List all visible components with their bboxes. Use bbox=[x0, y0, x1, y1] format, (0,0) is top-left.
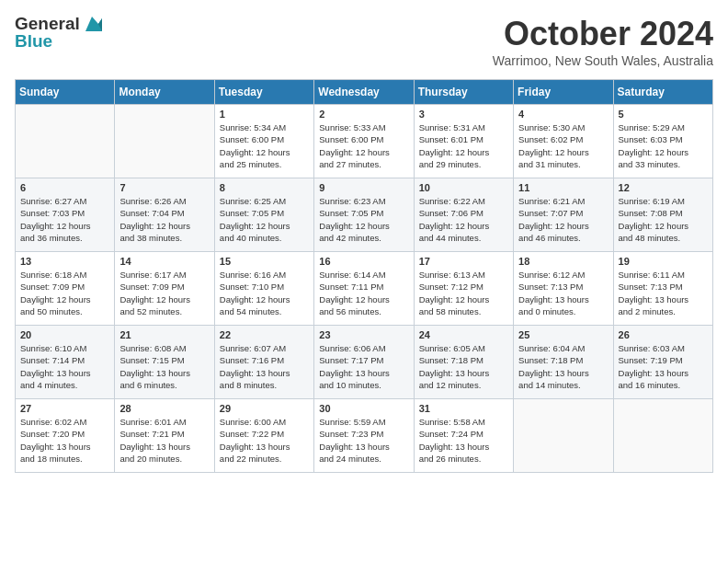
day-detail: Sunrise: 6:18 AM Sunset: 7:09 PM Dayligh… bbox=[20, 269, 109, 317]
calendar-cell: 21Sunrise: 6:08 AM Sunset: 7:15 PM Dayli… bbox=[115, 326, 214, 399]
day-detail: Sunrise: 5:33 AM Sunset: 6:00 PM Dayligh… bbox=[319, 121, 408, 170]
day-detail: Sunrise: 5:59 AM Sunset: 7:23 PM Dayligh… bbox=[319, 416, 408, 465]
calendar-week-5: 27Sunrise: 6:02 AM Sunset: 7:20 PM Dayli… bbox=[16, 399, 713, 473]
day-number: 24 bbox=[419, 329, 508, 340]
day-number: 5 bbox=[619, 109, 708, 120]
calendar-cell: 11Sunrise: 6:21 AM Sunset: 7:07 PM Dayli… bbox=[514, 178, 613, 252]
day-header-thursday: Thursday bbox=[414, 80, 513, 105]
calendar-cell: 14Sunrise: 6:17 AM Sunset: 7:09 PM Dayli… bbox=[115, 252, 214, 326]
calendar-week-2: 6Sunrise: 6:27 AM Sunset: 7:03 PM Daylig… bbox=[16, 178, 713, 252]
calendar-cell: 3Sunrise: 5:31 AM Sunset: 6:01 PM Daylig… bbox=[414, 105, 513, 178]
day-number: 13 bbox=[20, 256, 109, 267]
day-header-saturday: Saturday bbox=[613, 80, 712, 105]
day-number: 4 bbox=[518, 109, 608, 120]
calendar-cell: 13Sunrise: 6:18 AM Sunset: 7:09 PM Dayli… bbox=[16, 252, 115, 326]
day-header-tuesday: Tuesday bbox=[214, 80, 313, 105]
calendar-cell: 27Sunrise: 6:02 AM Sunset: 7:20 PM Dayli… bbox=[16, 399, 115, 473]
day-number: 20 bbox=[20, 329, 109, 340]
day-detail: Sunrise: 6:08 AM Sunset: 7:15 PM Dayligh… bbox=[119, 342, 209, 391]
logo-icon bbox=[82, 15, 102, 31]
day-number: 12 bbox=[619, 182, 708, 193]
logo: General Blue bbox=[15, 15, 102, 52]
day-detail: Sunrise: 6:01 AM Sunset: 7:21 PM Dayligh… bbox=[119, 416, 209, 465]
calendar-cell: 15Sunrise: 6:16 AM Sunset: 7:10 PM Dayli… bbox=[214, 252, 313, 326]
day-detail: Sunrise: 6:07 AM Sunset: 7:16 PM Dayligh… bbox=[220, 342, 309, 391]
calendar-cell: 28Sunrise: 6:01 AM Sunset: 7:21 PM Dayli… bbox=[115, 399, 214, 473]
day-number: 18 bbox=[518, 256, 608, 267]
day-number: 14 bbox=[119, 256, 209, 267]
day-detail: Sunrise: 6:05 AM Sunset: 7:18 PM Dayligh… bbox=[419, 342, 508, 391]
day-detail: Sunrise: 6:00 AM Sunset: 7:22 PM Dayligh… bbox=[220, 416, 309, 465]
logo-blue: Blue bbox=[15, 32, 52, 52]
calendar-week-3: 13Sunrise: 6:18 AM Sunset: 7:09 PM Dayli… bbox=[16, 252, 713, 326]
day-number: 15 bbox=[220, 256, 309, 267]
day-number: 2 bbox=[319, 109, 408, 120]
day-detail: Sunrise: 6:03 AM Sunset: 7:19 PM Dayligh… bbox=[619, 342, 708, 391]
day-detail: Sunrise: 6:11 AM Sunset: 7:13 PM Dayligh… bbox=[619, 269, 708, 317]
day-detail: Sunrise: 5:29 AM Sunset: 6:03 PM Dayligh… bbox=[619, 121, 708, 170]
day-number: 25 bbox=[518, 329, 608, 340]
day-number: 22 bbox=[220, 329, 309, 340]
calendar-cell: 9Sunrise: 6:23 AM Sunset: 7:05 PM Daylig… bbox=[314, 178, 414, 252]
calendar-cell: 6Sunrise: 6:27 AM Sunset: 7:03 PM Daylig… bbox=[16, 178, 115, 252]
day-number: 23 bbox=[319, 329, 408, 340]
calendar-cell: 29Sunrise: 6:00 AM Sunset: 7:22 PM Dayli… bbox=[214, 399, 313, 473]
day-number: 21 bbox=[119, 329, 209, 340]
day-number: 8 bbox=[220, 182, 309, 193]
day-number: 28 bbox=[119, 403, 209, 414]
day-detail: Sunrise: 6:12 AM Sunset: 7:13 PM Dayligh… bbox=[518, 269, 608, 317]
day-header-monday: Monday bbox=[115, 80, 214, 105]
calendar-cell: 24Sunrise: 6:05 AM Sunset: 7:18 PM Dayli… bbox=[414, 326, 513, 399]
calendar-week-1: 1Sunrise: 5:34 AM Sunset: 6:00 PM Daylig… bbox=[16, 105, 713, 178]
day-number: 11 bbox=[518, 182, 608, 193]
day-detail: Sunrise: 6:14 AM Sunset: 7:11 PM Dayligh… bbox=[319, 269, 408, 317]
calendar-cell: 10Sunrise: 6:22 AM Sunset: 7:06 PM Dayli… bbox=[414, 178, 513, 252]
day-detail: Sunrise: 6:04 AM Sunset: 7:18 PM Dayligh… bbox=[518, 342, 608, 391]
calendar-cell: 2Sunrise: 5:33 AM Sunset: 6:00 PM Daylig… bbox=[314, 105, 414, 178]
day-detail: Sunrise: 5:30 AM Sunset: 6:02 PM Dayligh… bbox=[518, 121, 608, 170]
calendar-cell: 17Sunrise: 6:13 AM Sunset: 7:12 PM Dayli… bbox=[414, 252, 513, 326]
day-number: 29 bbox=[220, 403, 309, 414]
day-number: 9 bbox=[319, 182, 408, 193]
day-detail: Sunrise: 6:10 AM Sunset: 7:14 PM Dayligh… bbox=[20, 342, 109, 391]
day-number: 19 bbox=[619, 256, 708, 267]
calendar-table: SundayMondayTuesdayWednesdayThursdayFrid… bbox=[15, 79, 713, 473]
day-detail: Sunrise: 6:19 AM Sunset: 7:08 PM Dayligh… bbox=[619, 195, 708, 244]
day-number: 10 bbox=[419, 182, 508, 193]
day-number: 1 bbox=[220, 109, 309, 120]
day-number: 30 bbox=[319, 403, 408, 414]
day-number: 31 bbox=[419, 403, 508, 414]
day-detail: Sunrise: 6:02 AM Sunset: 7:20 PM Dayligh… bbox=[20, 416, 109, 465]
day-detail: Sunrise: 6:25 AM Sunset: 7:05 PM Dayligh… bbox=[220, 195, 309, 244]
day-number: 26 bbox=[619, 329, 708, 340]
day-detail: Sunrise: 5:31 AM Sunset: 6:01 PM Dayligh… bbox=[419, 121, 508, 170]
day-detail: Sunrise: 6:23 AM Sunset: 7:05 PM Dayligh… bbox=[319, 195, 408, 244]
calendar-cell: 20Sunrise: 6:10 AM Sunset: 7:14 PM Dayli… bbox=[16, 326, 115, 399]
calendar-cell: 18Sunrise: 6:12 AM Sunset: 7:13 PM Dayli… bbox=[514, 252, 613, 326]
calendar-cell bbox=[115, 105, 214, 178]
day-number: 3 bbox=[419, 109, 508, 120]
day-detail: Sunrise: 6:17 AM Sunset: 7:09 PM Dayligh… bbox=[119, 269, 209, 317]
calendar-cell: 25Sunrise: 6:04 AM Sunset: 7:18 PM Dayli… bbox=[514, 326, 613, 399]
calendar-cell: 19Sunrise: 6:11 AM Sunset: 7:13 PM Dayli… bbox=[613, 252, 712, 326]
month-title: October 2024 bbox=[493, 15, 713, 53]
day-number: 27 bbox=[20, 403, 109, 414]
day-detail: Sunrise: 6:26 AM Sunset: 7:04 PM Dayligh… bbox=[119, 195, 209, 244]
calendar-cell: 5Sunrise: 5:29 AM Sunset: 6:03 PM Daylig… bbox=[613, 105, 712, 178]
calendar-cell: 26Sunrise: 6:03 AM Sunset: 7:19 PM Dayli… bbox=[613, 326, 712, 399]
calendar-cell: 4Sunrise: 5:30 AM Sunset: 6:02 PM Daylig… bbox=[514, 105, 613, 178]
day-header-friday: Friday bbox=[514, 80, 613, 105]
day-number: 17 bbox=[419, 256, 508, 267]
day-detail: Sunrise: 6:13 AM Sunset: 7:12 PM Dayligh… bbox=[419, 269, 508, 317]
calendar-header-row: SundayMondayTuesdayWednesdayThursdayFrid… bbox=[16, 80, 713, 105]
page-header: General Blue October 2024 Warrimoo, New … bbox=[15, 15, 713, 68]
calendar-cell: 31Sunrise: 5:58 AM Sunset: 7:24 PM Dayli… bbox=[414, 399, 513, 473]
calendar-cell: 12Sunrise: 6:19 AM Sunset: 7:08 PM Dayli… bbox=[613, 178, 712, 252]
calendar-cell bbox=[16, 105, 115, 178]
day-header-sunday: Sunday bbox=[16, 80, 115, 105]
calendar-week-4: 20Sunrise: 6:10 AM Sunset: 7:14 PM Dayli… bbox=[16, 326, 713, 399]
day-detail: Sunrise: 6:16 AM Sunset: 7:10 PM Dayligh… bbox=[220, 269, 309, 317]
day-detail: Sunrise: 6:27 AM Sunset: 7:03 PM Dayligh… bbox=[20, 195, 109, 244]
day-detail: Sunrise: 6:22 AM Sunset: 7:06 PM Dayligh… bbox=[419, 195, 508, 244]
day-detail: Sunrise: 5:34 AM Sunset: 6:00 PM Dayligh… bbox=[220, 121, 309, 170]
